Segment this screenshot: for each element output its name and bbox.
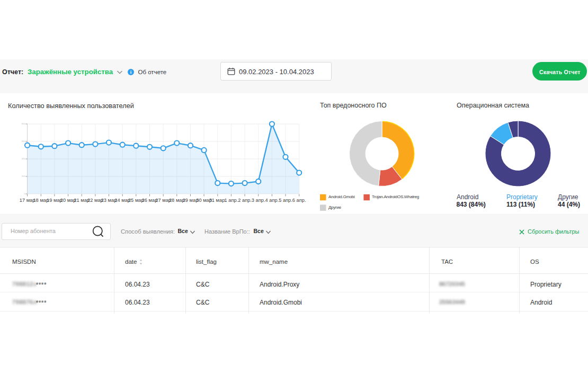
svg-text:3 апр.: 3 апр. bbox=[252, 198, 265, 203]
svg-text:800: 800 bbox=[22, 122, 25, 125]
svg-text:0: 0 bbox=[24, 192, 25, 195]
svg-text:5 апр.: 5 апр. bbox=[279, 198, 292, 203]
svg-text:6 апр.: 6 апр. bbox=[292, 198, 306, 203]
svg-text:200: 200 bbox=[22, 175, 25, 177]
svg-text:2 апр.: 2 апр. bbox=[238, 198, 252, 203]
svg-text:1 апр.: 1 апр. bbox=[225, 198, 238, 203]
svg-text:400: 400 bbox=[22, 157, 25, 160]
svg-text:4 апр.: 4 апр. bbox=[265, 198, 279, 203]
svg-text:600: 600 bbox=[22, 140, 25, 142]
svg-text:31 мар.: 31 мар. bbox=[209, 198, 226, 203]
